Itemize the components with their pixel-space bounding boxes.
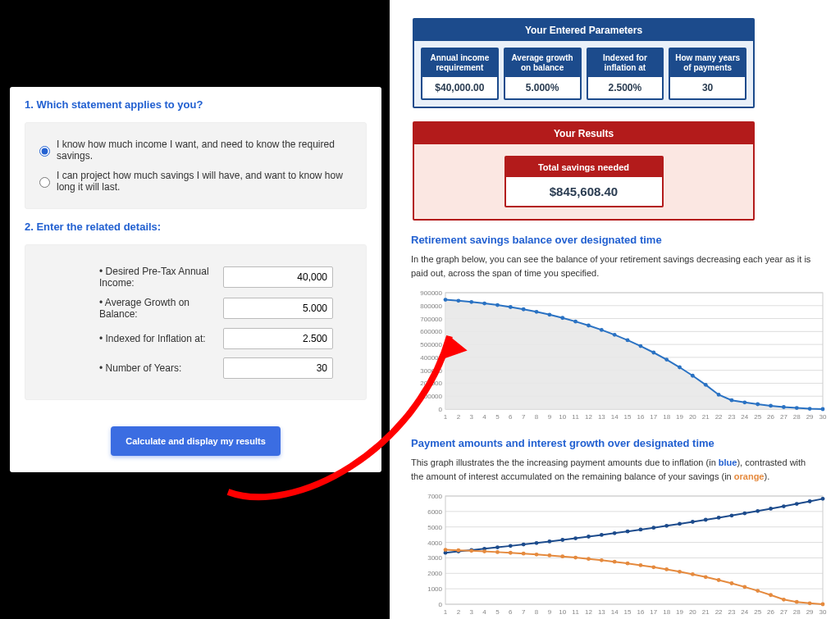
- svg-point-161: [482, 549, 486, 553]
- svg-point-147: [691, 520, 695, 524]
- svg-point-67: [651, 351, 655, 355]
- payments-desc-blue: blue: [719, 457, 737, 467]
- svg-text:26: 26: [767, 413, 774, 421]
- svg-point-133: [509, 544, 513, 548]
- inflation-input[interactable]: [223, 328, 333, 349]
- svg-point-52: [456, 298, 460, 303]
- radio-option-know-income[interactable]: I know how much income I want, and need …: [35, 134, 356, 166]
- years-label: • Number of Years:: [99, 362, 181, 374]
- svg-text:18: 18: [663, 608, 670, 616]
- years-input[interactable]: [223, 357, 333, 379]
- svg-text:3: 3: [469, 608, 473, 616]
- svg-text:700000: 700000: [420, 316, 442, 323]
- svg-text:11: 11: [572, 608, 579, 616]
- svg-point-176: [678, 570, 682, 574]
- svg-text:0: 0: [439, 406, 443, 413]
- field-row-years: • Number of Years:: [99, 353, 333, 383]
- input-form-card: 1. Which statement applies to you? I kno…: [10, 87, 381, 472]
- income-input[interactable]: [223, 266, 333, 288]
- svg-text:22: 22: [715, 608, 723, 616]
- entered-parameters-panel: Your Entered Parameters Annual income re…: [413, 18, 755, 108]
- svg-point-51: [444, 298, 448, 302]
- svg-point-137: [560, 538, 564, 542]
- svg-point-73: [730, 398, 734, 403]
- svg-point-74: [742, 400, 746, 404]
- svg-text:100000: 100000: [420, 393, 442, 400]
- svg-text:0: 0: [439, 601, 443, 608]
- svg-text:21: 21: [702, 608, 710, 616]
- svg-point-150: [730, 513, 734, 517]
- svg-point-186: [808, 601, 812, 605]
- svg-point-56: [509, 305, 513, 309]
- param-cell-1: Average growth on balance5.000%: [504, 48, 582, 100]
- svg-point-162: [495, 550, 500, 554]
- svg-point-61: [573, 320, 578, 324]
- svg-point-143: [639, 528, 643, 532]
- svg-point-169: [587, 557, 591, 561]
- growth-input[interactable]: [223, 298, 333, 319]
- svg-point-153: [769, 507, 773, 511]
- svg-point-68: [664, 357, 669, 362]
- svg-point-163: [509, 551, 513, 555]
- question-1-title: 1. Which statement applies to you?: [25, 98, 367, 111]
- svg-point-184: [782, 598, 786, 602]
- svg-text:10: 10: [559, 608, 566, 616]
- payments-chart-title: Payment amounts and interest growth over…: [411, 437, 819, 449]
- details-input-box: • Desired Pre-Tax Annual Income: • Avera…: [25, 244, 367, 400]
- svg-text:27: 27: [780, 608, 788, 616]
- svg-point-75: [756, 403, 760, 407]
- svg-point-144: [651, 526, 655, 530]
- svg-point-132: [495, 545, 500, 549]
- param-label: Annual income requirement: [422, 49, 497, 77]
- param-value: $40,000.00: [422, 77, 497, 98]
- svg-point-145: [664, 524, 669, 528]
- svg-point-165: [535, 553, 539, 557]
- radio-option-project-savings[interactable]: I can project how much savings I will ha…: [35, 166, 356, 197]
- svg-text:5000: 5000: [427, 524, 442, 531]
- svg-text:27: 27: [780, 413, 788, 421]
- calculate-button[interactable]: Calculate and display my results: [111, 426, 281, 456]
- svg-point-54: [482, 302, 486, 306]
- svg-text:2000: 2000: [427, 570, 442, 577]
- svg-point-178: [704, 575, 708, 579]
- svg-point-139: [587, 535, 591, 539]
- svg-text:4000: 4000: [427, 539, 442, 547]
- radio-know-income-input[interactable]: [39, 146, 50, 157]
- svg-text:13: 13: [598, 608, 605, 616]
- svg-point-160: [469, 548, 473, 553]
- radio-project-savings-input[interactable]: [39, 177, 50, 188]
- results-panel: Your Results Total savings needed $845,6…: [413, 121, 755, 221]
- question-2-title: 2. Enter the related details:: [25, 221, 367, 233]
- svg-text:24: 24: [741, 608, 748, 616]
- svg-point-155: [795, 502, 799, 506]
- svg-point-140: [600, 533, 604, 537]
- svg-text:19: 19: [676, 413, 683, 421]
- svg-point-134: [522, 543, 526, 547]
- total-savings-value: $845,608.40: [506, 177, 662, 206]
- svg-point-70: [691, 374, 695, 378]
- svg-rect-127: [445, 496, 823, 604]
- svg-text:12: 12: [585, 608, 592, 616]
- radio-project-savings-label: I can project how much savings I will ha…: [57, 170, 356, 193]
- svg-text:500000: 500000: [420, 341, 442, 348]
- svg-point-175: [664, 567, 669, 571]
- svg-point-146: [678, 522, 682, 526]
- payments-desc-pre: This graph illustrates the the increasin…: [411, 457, 719, 467]
- svg-point-156: [808, 499, 812, 503]
- svg-point-187: [821, 603, 825, 607]
- svg-point-59: [547, 312, 551, 316]
- svg-point-63: [600, 328, 604, 332]
- field-row-inflation: • Indexed for Inflation at:: [99, 324, 333, 353]
- svg-text:26: 26: [767, 608, 774, 616]
- svg-point-158: [444, 548, 448, 552]
- svg-text:6: 6: [509, 608, 513, 616]
- svg-text:1: 1: [444, 608, 448, 616]
- svg-text:6000: 6000: [427, 508, 442, 516]
- svg-text:18: 18: [663, 413, 670, 421]
- svg-point-180: [730, 581, 734, 585]
- svg-text:7: 7: [522, 413, 526, 421]
- svg-text:1: 1: [444, 413, 448, 421]
- svg-point-182: [756, 589, 760, 593]
- svg-text:13: 13: [598, 413, 605, 421]
- svg-text:23: 23: [728, 413, 736, 421]
